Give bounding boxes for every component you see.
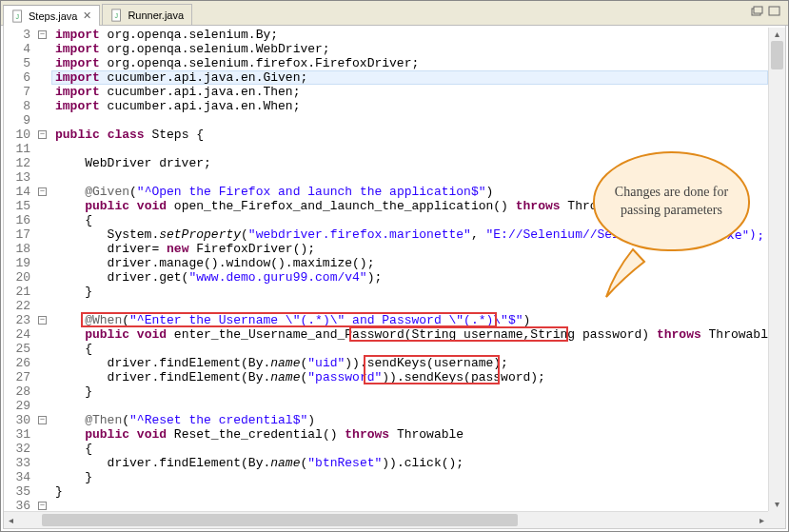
fold-column [38, 28, 49, 511]
line-number: 3 [23, 28, 30, 42]
tab-runner-java[interactable]: JRunner.java [102, 4, 192, 25]
tab-bar: JSteps.java✕JRunner.java [1, 1, 788, 26]
callout-text: Changes are done for passing parameters [608, 184, 735, 218]
line-number: 32 [15, 442, 30, 456]
svg-text:J: J [115, 11, 119, 18]
fold-toggle-icon[interactable] [38, 416, 47, 424]
line-number: 8 [23, 99, 30, 113]
code-line[interactable]: } [51, 484, 768, 499]
scroll-up-arrow-icon[interactable]: ▴ [769, 28, 785, 41]
code-line[interactable]: public void Reset_the_credential() throw… [51, 427, 768, 442]
line-number: 21 [15, 285, 30, 299]
code-line[interactable]: import org.openqa.selenium.By; [51, 28, 768, 42]
line-number: 28 [15, 384, 30, 399]
code-line[interactable]: } [51, 384, 768, 399]
fold-toggle-icon[interactable] [38, 187, 47, 196]
fold-toggle-icon[interactable] [38, 502, 47, 510]
code-line[interactable]: @Then("^Reset the credential$") [51, 413, 768, 427]
line-number: 12 [15, 156, 30, 170]
vertical-scrollbar[interactable]: ▴ ▾ [768, 28, 785, 511]
close-tab-icon[interactable]: ✕ [83, 10, 91, 22]
scroll-thumb[interactable] [42, 514, 518, 526]
line-number: 16 [15, 213, 30, 227]
svg-rect-5 [754, 7, 762, 13]
code-line[interactable] [51, 399, 768, 413]
java-file-icon: J [110, 9, 124, 22]
line-number: 15 [15, 199, 30, 213]
horizontal-scrollbar[interactable]: ◂ ▸ [4, 511, 768, 528]
line-number: 34 [15, 470, 30, 484]
tab-label: Steps.java [29, 10, 77, 22]
code-line[interactable]: driver.findElement(By.name("uid")).sendK… [51, 356, 768, 370]
line-number: 20 [15, 270, 30, 285]
line-number: 24 [15, 327, 30, 342]
line-number: 33 [15, 456, 30, 470]
line-number: 10 [15, 128, 30, 142]
tab-steps-java[interactable]: JSteps.java✕ [3, 5, 100, 26]
scroll-down-arrow-icon[interactable]: ▾ [769, 498, 785, 511]
line-number: 17 [15, 227, 30, 242]
editor-area: 3456789101112131415161718192021222324252… [4, 28, 785, 528]
scroll-corner [768, 511, 785, 528]
callout-body: Changes are done for passing parameters [593, 151, 750, 251]
line-number: 36 [15, 499, 30, 511]
code-line[interactable]: driver.findElement(By.name("password")).… [51, 370, 768, 384]
code-line[interactable]: import cucumber.api.java.en.Given; [51, 70, 768, 85]
line-number: 13 [15, 170, 30, 185]
line-number: 22 [15, 299, 30, 313]
line-number: 18 [15, 242, 30, 256]
code-line[interactable] [51, 499, 768, 511]
line-number: 7 [23, 85, 30, 99]
maximize-icon[interactable] [767, 5, 782, 18]
code-line[interactable]: @When("^Enter the Username \"(.*)\" and … [51, 313, 768, 327]
scroll-left-arrow-icon[interactable]: ◂ [4, 512, 17, 528]
line-number: 25 [15, 342, 30, 356]
line-number: 30 [15, 413, 30, 427]
line-number: 14 [15, 185, 30, 199]
code-line[interactable]: { [51, 442, 768, 456]
code-line[interactable]: public class Steps { [51, 128, 768, 142]
code-line[interactable]: { [51, 342, 768, 356]
code-line[interactable]: public void enter_the_Username_and_Passw… [51, 327, 768, 342]
line-number: 9 [23, 113, 30, 128]
fold-toggle-icon[interactable] [38, 316, 47, 325]
line-number: 19 [15, 256, 30, 270]
java-file-icon: J [11, 10, 25, 23]
scroll-right-arrow-icon[interactable]: ▸ [755, 512, 768, 528]
scroll-thumb[interactable] [771, 41, 783, 69]
annotation-callout: Changes are done for passing parameters [593, 151, 755, 275]
line-number: 4 [23, 42, 30, 56]
line-number: 11 [15, 142, 30, 156]
code-line[interactable]: } [51, 285, 768, 299]
code-line[interactable]: import cucumber.api.java.en.Then; [51, 85, 768, 99]
line-number: 6 [23, 70, 30, 85]
svg-text:J: J [15, 12, 19, 19]
tab-label: Runner.java [128, 10, 184, 21]
code-line[interactable]: driver.findElement(By.name("btnReset")).… [51, 456, 768, 470]
line-number: 35 [15, 484, 30, 499]
code-line[interactable]: import org.openqa.selenium.WebDriver; [51, 42, 768, 56]
line-number: 31 [15, 427, 30, 442]
editor-window: JSteps.java✕JRunner.java 345678910111213… [0, 0, 789, 532]
line-number: 29 [15, 399, 30, 413]
editor-toolbar [750, 5, 782, 18]
line-number: 23 [15, 313, 30, 327]
fold-toggle-icon[interactable] [38, 130, 47, 139]
code-line[interactable] [51, 299, 768, 313]
code-line[interactable]: import cucumber.api.java.en.When; [51, 99, 768, 113]
line-number: 26 [15, 356, 30, 370]
fold-toggle-icon[interactable] [38, 30, 47, 39]
line-number: 5 [23, 56, 30, 70]
code-line[interactable]: } [51, 470, 768, 484]
code-line[interactable]: import org.openqa.selenium.firefox.Firef… [51, 56, 768, 70]
code-line[interactable] [51, 113, 768, 128]
restore-icon[interactable] [750, 5, 765, 18]
line-number: 27 [15, 370, 30, 384]
svg-rect-6 [769, 7, 779, 15]
